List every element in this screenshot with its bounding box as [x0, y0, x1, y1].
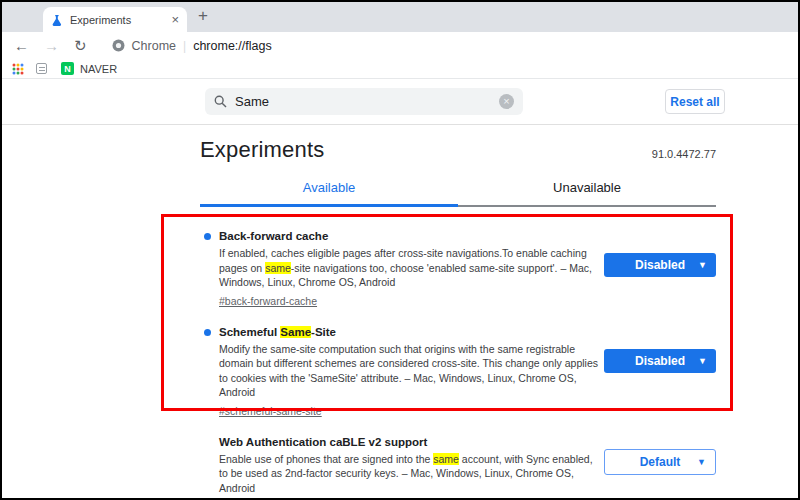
tab-title: Experiments — [70, 14, 171, 26]
modified-dot-icon — [204, 329, 211, 336]
flag-title: Schemeful Same-Site — [219, 325, 604, 340]
chrome-site-icon — [112, 39, 125, 52]
browser-window: Experiments × + ← → ↻ Chrome | chrome://… — [0, 0, 800, 500]
flag-description: Enable use of phones that are signed int… — [219, 452, 604, 496]
omnibox-site-label: Chrome — [132, 39, 176, 53]
flags-page-content: Experiments 91.0.4472.77 Available Unava… — [2, 137, 798, 500]
page-title: Experiments — [200, 137, 324, 163]
tab-available[interactable]: Available — [200, 180, 458, 207]
flag-dropdown-default[interactable]: Default ▼ — [604, 449, 716, 475]
flags-list: Back-forward cache If enabled, caches el… — [200, 207, 716, 500]
flag-web-authentication-cable-v2: Web Authentication caBLE v2 support Enab… — [204, 435, 716, 500]
reload-icon[interactable]: ↻ — [74, 38, 87, 53]
browser-toolbar: ← → ↻ Chrome | chrome://flags — [2, 32, 798, 59]
flag-back-forward-cache: Back-forward cache If enabled, caches el… — [204, 229, 716, 309]
tab-unavailable[interactable]: Unavailable — [458, 180, 716, 207]
flask-icon — [51, 14, 63, 26]
tab-experiments[interactable]: Experiments × — [43, 7, 187, 32]
flag-dropdown-disabled[interactable]: Disabled ▼ — [604, 349, 716, 373]
omnibox-url: chrome://flags — [193, 39, 272, 53]
bookmark-naver[interactable]: N NAVER — [61, 62, 117, 75]
bookmark-favicon[interactable] — [36, 63, 47, 74]
search-box[interactable]: × — [205, 88, 523, 115]
bookmarks-bar: N NAVER — [2, 59, 798, 79]
chevron-down-icon: ▼ — [698, 356, 707, 366]
omnibox[interactable]: Chrome | chrome://flags — [112, 39, 272, 53]
flag-title: Web Authentication caBLE v2 support — [219, 435, 604, 450]
chrome-version: 91.0.4472.77 — [652, 148, 716, 163]
omnibox-separator: | — [183, 39, 186, 53]
flag-permalink[interactable]: #back-forward-cache — [219, 295, 317, 307]
chevron-down-icon: ▼ — [697, 457, 706, 467]
search-input[interactable] — [235, 94, 499, 109]
bookmark-naver-label: NAVER — [80, 63, 117, 75]
flag-schemeful-same-site: Schemeful Same-Site Modify the same-site… — [204, 325, 716, 419]
back-icon[interactable]: ← — [14, 38, 29, 53]
flag-permalink[interactable]: #schemeful-same-site — [219, 405, 322, 417]
naver-icon: N — [61, 62, 74, 75]
clear-search-icon[interactable]: × — [499, 94, 514, 109]
modified-dot-icon — [204, 233, 211, 240]
flag-title: Back-forward cache — [219, 229, 604, 244]
flags-tabs: Available Unavailable — [200, 180, 716, 207]
search-icon — [214, 95, 227, 108]
reset-all-button[interactable]: Reset all — [665, 89, 725, 114]
chevron-down-icon: ▼ — [698, 260, 707, 270]
tab-strip: Experiments × + — [2, 2, 798, 32]
apps-grid-icon[interactable] — [12, 63, 24, 75]
flag-dropdown-disabled[interactable]: Disabled ▼ — [604, 253, 716, 277]
flag-description: If enabled, caches eligible pages after … — [219, 246, 604, 290]
new-tab-button[interactable]: + — [198, 6, 208, 26]
tab-close-icon[interactable]: × — [171, 13, 179, 26]
flags-search-row: × Reset all — [2, 79, 798, 125]
forward-icon[interactable]: → — [44, 38, 59, 53]
flag-description: Modify the same-site computation such th… — [219, 342, 604, 400]
